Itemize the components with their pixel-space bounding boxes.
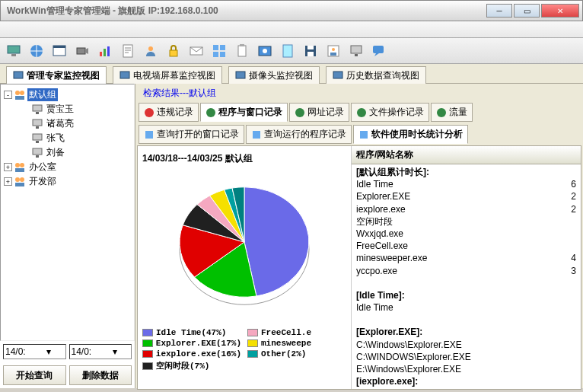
window-title: WorkWin管理专家管理端 - 旗舰版 IP:192.168.0.100 <box>4 5 486 18</box>
maximize-button[interactable]: ▭ <box>514 4 540 18</box>
svg-rect-45 <box>36 155 39 158</box>
legend-item-5: Other(2%) <box>247 349 346 359</box>
svg-rect-8 <box>107 46 110 56</box>
view-tab-2[interactable]: 摄像头监控视图 <box>228 66 320 84</box>
svg-rect-37 <box>15 96 24 100</box>
svg-rect-42 <box>33 134 42 140</box>
detail-list[interactable]: [默认组累计时长]:Idle Time6Explorer.EXE2iexplor… <box>352 164 581 389</box>
svg-rect-41 <box>36 126 39 129</box>
svg-rect-29 <box>355 54 358 56</box>
tree-member-3[interactable]: 刘备 <box>4 145 131 160</box>
svg-rect-34 <box>333 72 342 78</box>
list-header: 程序/网站名称 <box>352 146 581 164</box>
legend-item-2: Explorer.EXE(17%) <box>142 339 241 348</box>
sub-tabs: 查询打开的窗口记录查询运行的程序记录软件使用时长统计分析 <box>137 123 581 145</box>
chart-title: 14/03/18---14/03/25 默认组 <box>142 151 346 170</box>
svg-rect-28 <box>351 46 362 53</box>
svg-point-54 <box>295 108 304 117</box>
tree-root[interactable]: -默认组 <box>4 88 131 102</box>
svg-rect-6 <box>100 52 102 56</box>
svg-rect-43 <box>36 141 39 143</box>
svg-rect-33 <box>236 72 245 78</box>
svg-rect-40 <box>33 120 42 126</box>
svg-rect-48 <box>15 168 24 172</box>
svg-point-50 <box>20 177 24 182</box>
tree-member-2[interactable]: 张飞 <box>4 131 131 145</box>
legend-item-1: FreeCell.e <box>247 328 346 337</box>
mail-icon[interactable] <box>187 42 205 60</box>
record-tab-4[interactable]: 流量 <box>431 103 473 122</box>
tree-panel: -默认组贾宝玉诸葛亮张飞刘备+办公室+开发部 <box>0 84 135 341</box>
chat-icon[interactable] <box>370 42 388 60</box>
svg-rect-51 <box>15 183 24 186</box>
monitor-icon[interactable] <box>5 42 23 60</box>
svg-rect-57 <box>145 131 153 139</box>
note-icon[interactable] <box>279 42 297 60</box>
menubar <box>0 21 583 38</box>
svg-rect-38 <box>33 105 42 111</box>
svg-rect-58 <box>253 131 260 139</box>
svg-point-56 <box>437 108 446 117</box>
lock-icon[interactable] <box>164 42 183 60</box>
tree-member-1[interactable]: 诸葛亮 <box>4 116 131 131</box>
clipboard-icon[interactable] <box>233 42 251 60</box>
svg-rect-11 <box>170 50 177 56</box>
pie-slice <box>244 187 309 296</box>
svg-point-47 <box>20 163 24 167</box>
record-tab-2[interactable]: 网址记录 <box>289 103 349 122</box>
svg-rect-4 <box>53 46 65 48</box>
close-button[interactable]: ✕ <box>541 4 579 18</box>
svg-rect-16 <box>220 52 225 57</box>
record-tabs: 违规记录程序与窗口记录网址记录文件操作记录流量 <box>137 101 581 123</box>
titlebar: WorkWin管理专家管理端 - 旗舰版 IP:192.168.0.100 ─ … <box>0 0 583 21</box>
record-tab-3[interactable]: 文件操作记录 <box>351 103 429 122</box>
sub-tab-1[interactable]: 查询运行的程序记录 <box>246 125 352 144</box>
record-tab-1[interactable]: 程序与窗口记录 <box>200 103 288 122</box>
svg-rect-23 <box>307 46 314 49</box>
pc-icon[interactable] <box>347 42 365 60</box>
camera-icon[interactable] <box>73 42 91 60</box>
svg-rect-5 <box>77 48 85 54</box>
grid-icon[interactable] <box>210 42 228 60</box>
view-tab-0[interactable]: 管理专家监控视图 <box>6 66 107 84</box>
screenshot-icon[interactable] <box>256 42 274 60</box>
svg-point-55 <box>357 108 366 117</box>
contact-icon[interactable] <box>324 42 342 60</box>
floppy-icon[interactable] <box>301 42 320 60</box>
sub-tab-0[interactable]: 查询打开的窗口记录 <box>139 125 244 144</box>
tree-group-0[interactable]: +办公室 <box>4 160 131 174</box>
chevron-down-icon[interactable]: ▾ <box>100 346 129 357</box>
window-icon[interactable] <box>50 42 68 60</box>
svg-point-52 <box>145 108 154 117</box>
date-to-input[interactable]: 14/0:▾ <box>69 344 132 359</box>
svg-point-36 <box>20 91 24 95</box>
view-tab-3[interactable]: 历史数据查询视图 <box>326 66 426 84</box>
tree-group-1[interactable]: +开发部 <box>4 174 131 189</box>
record-tab-0[interactable]: 违规记录 <box>139 103 199 122</box>
svg-rect-24 <box>307 52 314 56</box>
svg-point-46 <box>15 163 20 167</box>
view-tab-1[interactable]: 电视墙屏幕监控视图 <box>113 66 222 84</box>
delete-button[interactable]: 删除数据 <box>69 365 132 385</box>
svg-rect-17 <box>238 46 246 56</box>
date-from-input[interactable]: 14/0:▾ <box>3 344 66 359</box>
query-button[interactable]: 开始查询 <box>3 365 66 385</box>
svg-point-35 <box>15 91 20 95</box>
tree-member-0[interactable]: 贾宝玉 <box>4 102 131 116</box>
legend-item-4: iexplore.exe(16%) <box>142 349 241 359</box>
report-icon[interactable] <box>119 42 137 60</box>
sub-tab-2[interactable]: 软件使用时长统计分析 <box>353 125 468 144</box>
svg-rect-31 <box>14 72 23 78</box>
svg-rect-39 <box>36 112 39 114</box>
legend-item-0: Idle Time(47%) <box>142 328 241 337</box>
users-icon[interactable] <box>142 42 160 60</box>
chart-icon[interactable] <box>96 42 114 60</box>
chevron-down-icon[interactable]: ▾ <box>34 346 63 357</box>
svg-point-49 <box>15 177 20 182</box>
view-tabs: 管理专家监控视图电视墙屏幕监控视图摄像头监控视图历史数据查询视图 <box>0 64 583 84</box>
svg-rect-15 <box>213 52 218 57</box>
sidebar: -默认组贾宝玉诸葛亮张飞刘备+办公室+开发部 14/0:▾ 14/0:▾ 开始查… <box>0 84 135 388</box>
search-result-label: 检索结果---默认组 <box>137 85 581 101</box>
globe-icon[interactable] <box>27 42 46 60</box>
minimize-button[interactable]: ─ <box>486 4 512 18</box>
